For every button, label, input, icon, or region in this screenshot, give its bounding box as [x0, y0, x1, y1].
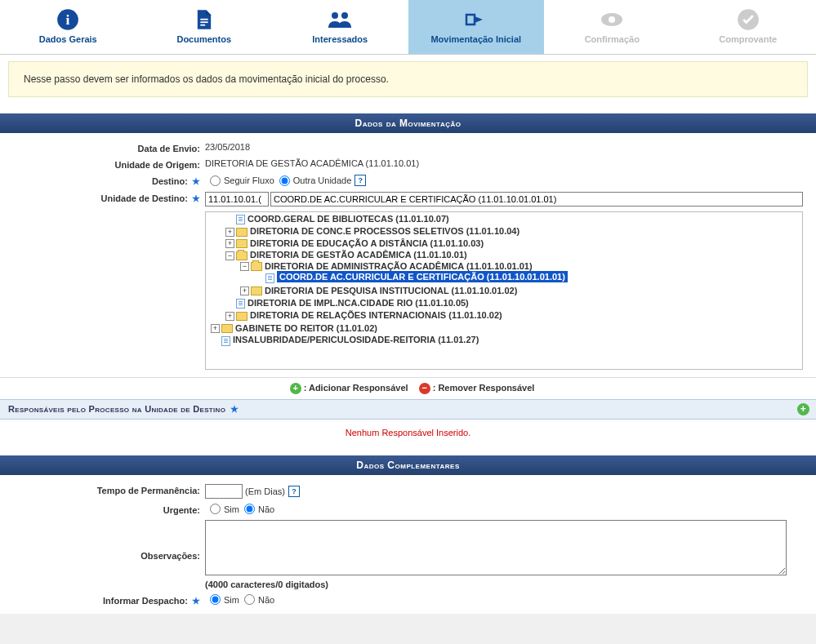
- tree-collapse-icon[interactable]: −: [225, 251, 234, 260]
- folder-icon: [236, 228, 247, 237]
- info-message: Nesse passo devem ser informados os dado…: [8, 61, 808, 97]
- radio-label: Sim: [224, 504, 239, 514]
- tree-spacer: [255, 273, 264, 282]
- doc-icon: [221, 336, 230, 346]
- despacho-radio-sim[interactable]: [210, 594, 221, 605]
- tree-expand-icon[interactable]: +: [225, 239, 234, 248]
- required-star: ★: [192, 176, 200, 186]
- section-header-movimentacao: Dados da Movimentação: [0, 113, 816, 133]
- data-envio-value: 23/05/2018: [205, 142, 803, 152]
- tree-item[interactable]: DIRETORIA DE ADMINISTRAÇÃO ACADÊMICA (11…: [265, 261, 533, 271]
- required-star: ★: [192, 596, 200, 606]
- legend-add: : Adicionar Responsável: [304, 383, 408, 393]
- tree-item[interactable]: INSALUBRIDADE/PERICULOSIDADE-REITORIA (1…: [233, 335, 479, 344]
- tree-item[interactable]: GABINETE DO REITOR (11.01.02): [235, 323, 377, 333]
- tempo-unit: (Em Dias): [245, 486, 285, 496]
- radio-label: Sim: [224, 595, 239, 605]
- step-comprovante: Comprovante: [680, 0, 817, 54]
- responsaveis-empty-msg: Nenhum Responsável Inserido.: [0, 420, 816, 447]
- forward-icon: [463, 8, 489, 31]
- tree-item-selected[interactable]: COORD.DE AC.CURRICULAR E CERTIFICAÇÃO (1…: [277, 271, 568, 282]
- tree-item[interactable]: COORD.GERAL DE BIBLIOTECAS (11.01.10.07): [247, 214, 449, 224]
- destino-radio-outra[interactable]: [279, 175, 290, 186]
- eye-icon: [600, 8, 624, 31]
- svg-point-6: [341, 12, 348, 19]
- observacoes-textarea[interactable]: [205, 520, 787, 575]
- tree-spacer: [225, 300, 234, 309]
- despacho-radio-nao[interactable]: [244, 594, 255, 605]
- step-label: Documentos: [176, 34, 231, 44]
- folder-icon: [221, 324, 233, 333]
- step-label: Interessados: [312, 34, 368, 44]
- unidade-destino-name-input[interactable]: [270, 192, 803, 207]
- tempo-input[interactable]: [205, 484, 243, 499]
- data-envio-label: Data de Envio:: [13, 142, 205, 153]
- radio-label: Não: [258, 504, 274, 514]
- doc-icon: [236, 215, 245, 224]
- step-interessados[interactable]: Interessados: [272, 0, 408, 54]
- tree-spacer: [225, 215, 234, 224]
- step-dados-gerais[interactable]: i Dados Gerais: [0, 0, 136, 54]
- step-movimentacao[interactable]: Movimentação Inicial: [408, 0, 545, 54]
- tree-item[interactable]: DIRETORIA DE IMPL.NCA.CIDADE RIO (11.01.…: [247, 298, 469, 308]
- tree-expand-icon[interactable]: +: [211, 324, 220, 333]
- tree-item[interactable]: DIRETORIA DE GESTÃO ACADÊMICA (11.01.10.…: [250, 250, 467, 260]
- unit-tree[interactable]: COORD.GERAL DE BIBLIOTECAS (11.01.10.07)…: [205, 211, 803, 370]
- help-icon[interactable]: ?: [354, 175, 366, 186]
- tree-item[interactable]: DIRETORIA DE PESQUISA INSTITUCIONAL (11.…: [265, 286, 517, 295]
- tree-item[interactable]: DIRETORIA DE CONC.E PROCESSOS SELETIVOS …: [250, 226, 519, 236]
- tree-expand-icon[interactable]: +: [225, 312, 234, 321]
- destino-label: Destino:: [152, 176, 188, 186]
- people-icon: [327, 8, 353, 31]
- svg-rect-2: [200, 19, 207, 20]
- add-responsavel-button[interactable]: +: [797, 403, 809, 415]
- step-documentos[interactable]: Documentos: [136, 0, 273, 54]
- char-count: (4000 caracteres/0 digitados): [205, 580, 803, 589]
- radio-label: Não: [258, 595, 274, 605]
- destino-opt-label: Outra Unidade: [293, 175, 352, 185]
- doc-icon: [236, 299, 245, 309]
- responsaveis-header-text: Responsáveis pelo Processo na Unidade de…: [8, 404, 225, 414]
- legend-bar: +: Adicionar Responsável −: Remover Resp…: [0, 377, 816, 399]
- obs-label: Observações:: [13, 549, 205, 561]
- help-icon[interactable]: ?: [288, 486, 300, 497]
- svg-rect-3: [200, 21, 207, 23]
- required-star: ★: [192, 193, 200, 203]
- unidade-destino-label: Unidade de Destino:: [101, 193, 188, 203]
- tree-expand-icon[interactable]: +: [240, 286, 249, 295]
- folder-open-icon: [251, 262, 262, 271]
- tree-spacer: [211, 336, 220, 345]
- destino-radio-fluxo[interactable]: [210, 175, 221, 186]
- info-icon: i: [56, 8, 79, 31]
- svg-point-8: [609, 16, 615, 23]
- tree-expand-icon[interactable]: +: [225, 228, 234, 237]
- folder-icon: [236, 239, 247, 248]
- wizard-steps: i Dados Gerais Documentos Interessados M…: [0, 0, 816, 55]
- tempo-label: Tempo de Permanência:: [13, 484, 205, 495]
- add-icon: +: [290, 383, 301, 394]
- check-icon: [737, 8, 760, 31]
- urgente-radio-sim[interactable]: [210, 504, 221, 514]
- step-confirmacao: Confirmação: [544, 0, 680, 54]
- urgente-radio-nao[interactable]: [244, 504, 255, 514]
- svg-point-5: [332, 12, 338, 19]
- step-label: Comprovante: [719, 34, 777, 44]
- unidade-origem-value: DIRETORIA DE GESTÃO ACADÊMICA (11.01.10.…: [205, 158, 803, 168]
- despacho-label: Informar Despacho:: [103, 596, 188, 606]
- document-icon: [193, 8, 216, 31]
- tree-collapse-icon[interactable]: −: [240, 262, 249, 271]
- urgente-label: Urgente:: [13, 504, 205, 515]
- remove-icon: −: [419, 383, 430, 394]
- tree-item[interactable]: DIRETORIA DE RELAÇÕES INTERNACIONAIS (11…: [250, 310, 502, 320]
- folder-icon: [236, 312, 247, 321]
- doc-icon: [265, 273, 274, 283]
- required-star: ★: [230, 404, 239, 414]
- step-label: Movimentação Inicial: [430, 34, 521, 44]
- destino-opt-label: Seguir Fluxo: [224, 175, 274, 185]
- legend-remove: : Remover Responsável: [433, 383, 535, 393]
- svg-text:i: i: [66, 11, 70, 28]
- folder-open-icon: [236, 251, 247, 260]
- svg-rect-4: [200, 24, 205, 26]
- tree-item[interactable]: DIRETORIA DE EDUCAÇÃO A DISTÂNCIA (11.01…: [250, 238, 484, 248]
- unidade-destino-code-input[interactable]: [205, 192, 269, 207]
